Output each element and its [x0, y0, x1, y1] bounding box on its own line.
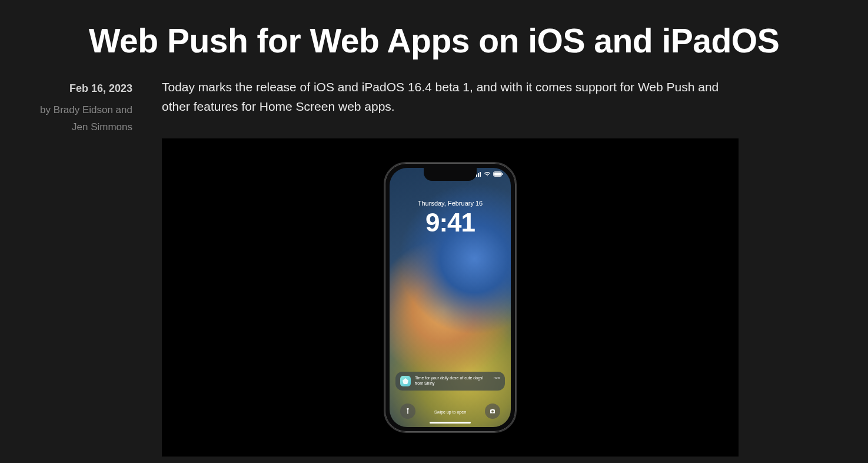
home-indicator	[430, 422, 471, 424]
swipe-hint: Swipe up to open	[390, 410, 511, 414]
wifi-icon	[484, 171, 491, 178]
svg-rect-5	[494, 173, 501, 176]
notification-app-icon	[400, 376, 411, 386]
post-authors: by Brady Eidson and Jen Simmons	[35, 102, 132, 136]
notification-text: Time for your daily dose of cute dogs! f…	[415, 376, 490, 386]
main-column: Today marks the release of iOS and iPadO…	[162, 78, 739, 457]
push-notification: Time for your daily dose of cute dogs! f…	[395, 372, 505, 391]
iphone-screen: Thursday, February 16 9:41 Time for your…	[390, 168, 511, 427]
status-bar	[474, 171, 504, 178]
intro-paragraph: Today marks the release of iOS and iPadO…	[162, 78, 739, 116]
post-date: Feb 16, 2023	[35, 82, 132, 95]
iphone-notch	[424, 168, 477, 181]
iphone-mockup: Thursday, February 16 9:41 Time for your…	[384, 162, 517, 433]
svg-rect-6	[502, 173, 503, 175]
lockscreen-time: 9:41	[390, 208, 511, 237]
svg-rect-2	[478, 173, 479, 177]
notification-when: now	[494, 376, 500, 379]
lockscreen-date: Thursday, February 16	[390, 200, 511, 207]
hero-figure: Thursday, February 16 9:41 Time for your…	[162, 138, 739, 457]
post-meta: Feb 16, 2023 by Brady Eidson and Jen Sim…	[35, 78, 132, 457]
battery-icon	[493, 171, 504, 178]
page-title: Web Push for Web Apps on iOS and iPadOS	[0, 0, 868, 78]
content-wrap: Feb 16, 2023 by Brady Eidson and Jen Sim…	[0, 78, 868, 457]
svg-rect-3	[480, 172, 481, 177]
